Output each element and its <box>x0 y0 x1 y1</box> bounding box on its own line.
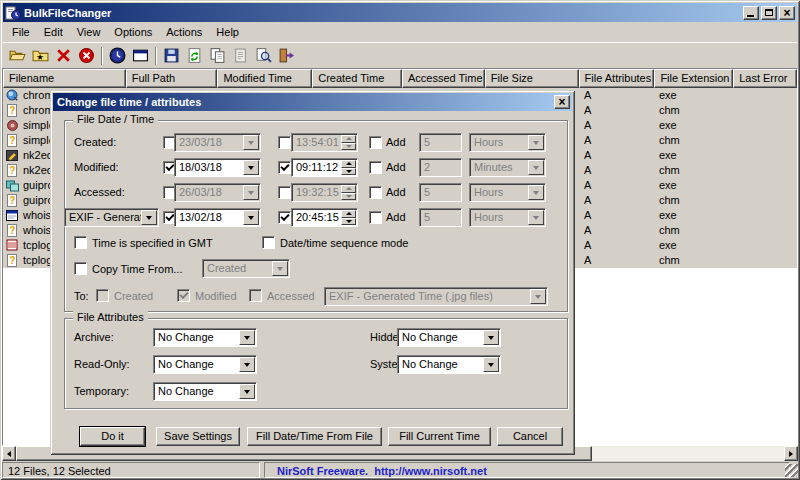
hidden-select[interactable]: No Change <box>397 328 501 347</box>
column-header-filename[interactable]: Filename <box>3 69 126 88</box>
status-nirsoft-link[interactable]: NirSoft Freeware. http://www.nirsoft.net <box>264 462 790 478</box>
accessed-add-checkbox[interactable] <box>369 186 382 199</box>
toolbar-button-save[interactable] <box>160 45 183 67</box>
list-header: Filename Full Path Modified Time Created… <box>3 69 797 88</box>
svg-text:?: ? <box>9 195 15 206</box>
dropdown-button[interactable] <box>483 330 499 345</box>
modified-add-label[interactable]: Add <box>386 161 406 173</box>
spin-down-button[interactable] <box>341 218 356 226</box>
sequence-mode-label[interactable]: Date/time sequence mode <box>280 237 408 249</box>
scroll-right-button[interactable] <box>784 446 798 461</box>
modified-time-checkbox[interactable] <box>278 161 291 174</box>
column-header-accessed-time[interactable]: Accessed Time <box>402 69 485 88</box>
exif-add-checkbox[interactable] <box>369 211 382 224</box>
dropdown-button[interactable] <box>239 384 255 399</box>
toolbar-button-add-files[interactable] <box>6 45 29 67</box>
dropdown-button <box>528 160 544 175</box>
fill-datetime-from-file-button[interactable]: Fill Date/Time From File <box>247 427 382 446</box>
spin-down-button[interactable] <box>341 168 356 176</box>
close-button[interactable]: × <box>779 6 795 20</box>
spin-up-button <box>341 135 356 143</box>
created-add-label[interactable]: Add <box>386 136 406 148</box>
column-header-modified-time[interactable]: Modified Time <box>217 69 312 88</box>
sequence-mode-checkbox[interactable] <box>262 236 275 249</box>
created-date-select: 23/03/18 <box>174 133 261 152</box>
scroll-left-button[interactable] <box>2 446 16 461</box>
modified-label: Modified: <box>74 161 119 173</box>
toolbar-button-remove-selected[interactable] <box>52 45 75 67</box>
chevron-down-icon <box>248 166 254 170</box>
toolbar-button-find[interactable] <box>252 45 275 67</box>
gmt-label[interactable]: Time is specified in GMT <box>92 237 213 249</box>
column-header-full-path[interactable]: Full Path <box>126 69 218 88</box>
modified-time-spinner[interactable]: 09:11:12 <box>291 158 358 177</box>
toolbar-button-open-window[interactable] <box>129 45 152 67</box>
menu-item-options[interactable]: Options <box>107 24 159 40</box>
column-header-last-error[interactable]: Last Error <box>733 69 797 88</box>
save-settings-button[interactable]: Save Settings <box>156 427 240 446</box>
toolbar-button-refresh[interactable] <box>183 45 206 67</box>
exif-time-checkbox[interactable] <box>278 211 291 224</box>
column-header-file-attributes[interactable]: File Attributes <box>579 69 655 88</box>
arrow-up-icon <box>346 212 352 215</box>
menu-item-view[interactable]: View <box>70 24 108 40</box>
dropdown-button[interactable] <box>483 357 499 372</box>
properties-icon <box>232 47 249 64</box>
chevron-down-icon <box>146 216 152 220</box>
created-add-checkbox[interactable] <box>369 136 382 149</box>
exif-add-label[interactable]: Add <box>386 211 406 223</box>
toolbar-button-change-time-attributes[interactable] <box>106 45 129 67</box>
modified-date-select[interactable]: 18/03/18 <box>174 158 261 177</box>
temporary-select[interactable]: No Change <box>153 382 257 401</box>
dropdown-button <box>528 185 544 200</box>
exif-date-select[interactable]: 13/02/18 <box>174 208 261 227</box>
do-it-button[interactable]: Do it <box>80 427 145 446</box>
maximize-button[interactable] <box>761 6 777 20</box>
resize-grip[interactable] <box>785 464 798 477</box>
column-header-file-extension[interactable]: File Extension <box>654 69 733 88</box>
spin-up-button[interactable] <box>341 210 356 218</box>
menu-item-help[interactable]: Help <box>209 24 246 40</box>
system-select[interactable]: No Change <box>397 355 501 374</box>
copy-time-from-label[interactable]: Copy Time From... <box>92 263 182 275</box>
created-time-value: 13:54:01 <box>296 136 340 148</box>
file-attributes-cell: A <box>584 254 591 266</box>
toolbar-button-add-folder[interactable]: ★ <box>29 45 52 67</box>
dropdown-button[interactable] <box>243 160 259 175</box>
menu-item-edit[interactable]: Edit <box>37 24 70 40</box>
archive-label: Archive: <box>74 331 114 343</box>
created-add-value: 5 <box>424 136 458 148</box>
toolbar-button-properties[interactable] <box>229 45 252 67</box>
app-file-icon <box>6 149 19 162</box>
accessed-time-checkbox[interactable] <box>278 186 291 199</box>
dropdown-button[interactable] <box>239 330 255 345</box>
exif-type-select[interactable]: EXIF - Generated <box>64 208 159 227</box>
accessed-add-label[interactable]: Add <box>386 186 406 198</box>
column-header-file-size[interactable]: File Size <box>485 69 579 88</box>
gmt-checkbox[interactable] <box>74 236 87 249</box>
menu-item-actions[interactable]: Actions <box>159 24 209 40</box>
minimize-button[interactable] <box>743 6 759 20</box>
group-label: File Attributes <box>73 311 148 323</box>
archive-select[interactable]: No Change <box>153 328 257 347</box>
dropdown-button[interactable] <box>141 210 157 225</box>
read-only-select[interactable]: No Change <box>153 355 257 374</box>
spin-up-button[interactable] <box>341 160 356 168</box>
cancel-button[interactable]: Cancel <box>497 427 563 446</box>
dropdown-button[interactable] <box>243 210 259 225</box>
fill-current-time-button[interactable]: Fill Current Time <box>388 427 491 446</box>
file-extension-cell: chm <box>659 104 680 116</box>
exif-time-spinner[interactable]: 20:45:15 <box>291 208 358 227</box>
menu-item-file[interactable]: File <box>5 24 37 40</box>
modified-add-checkbox[interactable] <box>369 161 382 174</box>
column-header-created-time[interactable]: Created Time <box>312 69 402 88</box>
copy-time-from-checkbox[interactable] <box>74 262 87 275</box>
file-attributes-cell: A <box>584 224 591 236</box>
toolbar-button-clear-files-list[interactable] <box>75 45 98 67</box>
toolbar-button-exit[interactable] <box>275 45 298 67</box>
dropdown-button[interactable] <box>239 357 255 372</box>
dialog-close-button[interactable]: × <box>554 95 570 109</box>
created-time-checkbox[interactable] <box>278 136 291 149</box>
toolbar-button-copy[interactable] <box>206 45 229 67</box>
svg-text:?: ? <box>9 135 15 146</box>
